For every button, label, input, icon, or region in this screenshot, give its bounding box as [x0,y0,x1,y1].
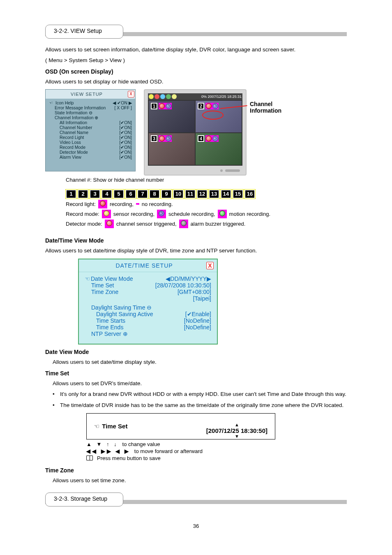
callout-text-1: Channel [250,101,281,107]
time-set-diagram: ☞ Time Set ▲ [2007/12/25 18:30:50] ▼ [86,413,275,439]
sensor-trigger-icon [106,220,112,226]
record-icon [206,136,212,141]
time-set-heading: Time Set [45,370,347,377]
page-number: 36 [45,523,347,529]
dvm-heading: Date View Mode [45,349,347,355]
record-icon [159,136,165,141]
schedule-record-icon [159,210,164,216]
legend-record-light: Record light: [66,201,96,207]
time-set-bullet-2: The time/date of DVR inside has to be th… [60,402,344,409]
pointer-icon: ☞ [94,423,99,430]
status-bar: 0% 2007/12/25 18:25:31 [148,93,242,100]
camera-tile-4: 4 [196,133,242,165]
keys-desc-2: to move forward or afterward [134,448,203,454]
osd-heading: OSD (On screen Display) [45,68,347,75]
date-time-heading: Date/Time View Mode [45,237,347,244]
osd-desc: Allows users to set display or hide want… [45,78,347,86]
time-set-bullet-1: It's only for a brand new DVR without HD… [60,391,346,398]
status-text: 0% 2007/12/25 18:25:31 [201,95,242,99]
camera-tile-1: 1 [149,101,195,132]
time-zone-heading: Time Zone [45,467,347,474]
camera-tile-3: 3 [149,133,195,165]
pointer-icon: ☞ [49,100,53,105]
schedule-icon [166,136,171,141]
record-on-icon [100,201,106,206]
legend-detector-mode: Detector mode: [66,221,102,227]
callout-text-2: Information [250,107,281,114]
dvm-desc: Allows users to set date/time display st… [53,358,347,366]
time-set-desc: Allows users to set DVR's time/date. [53,380,347,387]
section-title: 3-2-3. Storage Setup [54,495,107,502]
time-set-label: Time Set [102,423,127,430]
dialog-title: DATE/TIME SETUP [82,262,206,269]
left-right-keys-icon: ◀◀ ▶▶ ◀ ▶ [86,448,130,454]
section-header-storage-setup: 3-2-3. Storage Setup [45,493,347,511]
section-header-view-setup: 3-2-2. VIEW Setup [45,25,347,43]
down-triangle-icon: ▼ [206,434,267,439]
status-icon [172,94,177,99]
buzzer-trigger-icon [181,220,187,226]
view-setup-path: ( Menu > System Setup > View ) [45,57,347,64]
dialog-title: VIEW SETUP [46,92,128,97]
record-icon [159,103,165,109]
up-down-keys-icon: ▲ ▼ ↑ ↓ [86,441,118,447]
callout-circle [202,111,224,120]
preview-monitor: 0% 2007/12/25 18:25:31 1 2 3 [144,89,247,176]
close-icon[interactable]: X [206,262,214,269]
time-set-value: [2007/12/25 18:30:50] [206,427,267,434]
menu-book-icon [86,456,93,460]
section-title: 3-2-2. VIEW Setup [54,28,102,34]
close-icon[interactable]: X [128,91,134,97]
status-icon [160,94,165,99]
status-icon [154,94,159,99]
legend-record-mode: Record mode: [66,211,99,217]
date-time-desc: Allows users to set date/time display st… [45,247,347,254]
schedule-icon [212,103,218,109]
schedule-icon [166,103,171,109]
status-icon [149,94,154,99]
legend-channel-number: Channel #: Show or hide channel number [66,177,164,183]
time-zone-desc: Allows users to set time zone. [53,477,347,484]
status-icon [166,94,171,99]
schedule-icon [212,136,218,141]
motion-record-icon [219,210,225,216]
view-setup-desc: Allows users to set screen information, … [45,46,347,53]
view-setup-dialog: VIEW SETUP X ☞Icon Help◀ ✔ON ▶ Error Mes… [45,89,136,171]
keys-desc-1: to change value [122,441,160,447]
pointer-icon: ☞ [85,275,90,282]
up-triangle-icon: ▲ [206,423,267,427]
sensor-record-icon [104,210,109,216]
keys-desc-3: Press menu button to save [97,455,161,461]
record-icon [206,103,212,109]
channel-number-strip: 1 2 3 4 5 6 7 8 9 10 11 12 13 14 15 16 [66,190,255,199]
date-time-dialog: DATE/TIME SETUP X ☞Date View Mode◀DD/MM/… [78,259,218,345]
